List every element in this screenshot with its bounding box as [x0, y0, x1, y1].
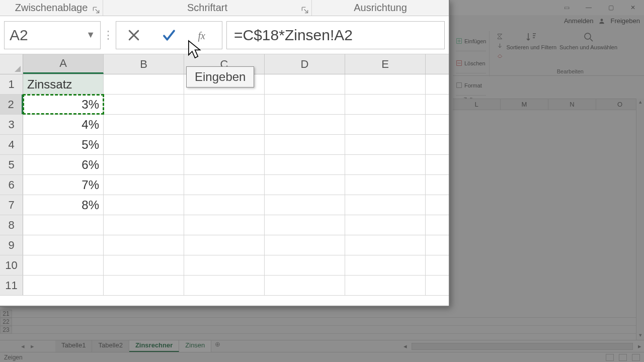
vertical-scrollbar[interactable]: ▴ ▾	[636, 99, 644, 340]
sheet-nav[interactable]: ◂▸	[0, 340, 55, 352]
cell[interactable]: 6%	[23, 155, 104, 174]
cell[interactable]: 7%	[23, 175, 104, 195]
cell[interactable]	[104, 155, 184, 174]
col-header[interactable]: L	[453, 99, 501, 110]
cell[interactable]	[104, 195, 184, 215]
col-header-e[interactable]: E	[345, 54, 426, 74]
cell[interactable]	[345, 255, 426, 275]
row-header[interactable]: 2	[0, 95, 23, 114]
cell[interactable]	[265, 135, 345, 154]
row-header[interactable]: 21	[0, 310, 12, 318]
cell[interactable]	[345, 175, 426, 195]
ribbon-options-icon[interactable]: ▭	[558, 2, 575, 13]
hscroll-right-icon[interactable]: ▸	[635, 342, 644, 350]
col-header[interactable]: M	[501, 99, 548, 110]
cell[interactable]	[23, 215, 104, 235]
col-header-b[interactable]: B	[104, 54, 184, 74]
row-header[interactable]: 5	[0, 155, 23, 174]
cell[interactable]	[345, 115, 426, 134]
cell[interactable]	[345, 74, 426, 94]
cell[interactable]	[104, 74, 184, 94]
cell[interactable]	[184, 95, 265, 114]
sheet-tab-tabelle2[interactable]: Tabelle2	[92, 340, 129, 352]
cell[interactable]	[265, 74, 345, 94]
col-header-d[interactable]: D	[265, 54, 345, 74]
scroll-up-icon[interactable]: ▴	[636, 99, 644, 107]
cell[interactable]: 8%	[23, 195, 104, 215]
cell[interactable]	[104, 255, 184, 275]
cell[interactable]	[104, 115, 184, 134]
cell[interactable]	[104, 215, 184, 235]
add-sheet-button[interactable]: ⊕	[211, 340, 223, 352]
chevron-down-icon[interactable]: ▼	[86, 30, 95, 40]
formula-input[interactable]: =C$18*Zinsen!A2	[226, 21, 445, 49]
hscroll-track[interactable]	[412, 343, 633, 350]
name-box[interactable]: A2 ▼	[4, 21, 101, 49]
cell[interactable]	[265, 115, 345, 134]
sheet-tab-zinsen[interactable]: Zinsen	[179, 340, 211, 352]
cell[interactable]	[184, 195, 265, 215]
format-button[interactable]: Format	[456, 75, 486, 96]
insert-function-button[interactable]: fx	[192, 23, 216, 47]
cell[interactable]	[104, 135, 184, 154]
sheet-tab-tabelle1[interactable]: Tabelle1	[55, 340, 92, 352]
row-header[interactable]: 22	[0, 318, 12, 326]
find-select-button[interactable]: Suchen und Auswählen	[559, 31, 617, 50]
row-header[interactable]: 4	[0, 135, 23, 154]
share-button[interactable]: Freigeben	[610, 17, 640, 25]
close-icon[interactable]: ✕	[625, 2, 641, 13]
dialog-launcher-icon[interactable]	[93, 7, 100, 14]
sheet-tab-zinsrechner[interactable]: Zinsrechner	[129, 340, 179, 352]
cell[interactable]	[184, 135, 265, 154]
cell[interactable]	[184, 155, 265, 174]
cell[interactable]	[345, 195, 426, 215]
row-header[interactable]: 7	[0, 195, 23, 215]
cell[interactable]	[345, 215, 426, 235]
row-header[interactable]: 10	[0, 255, 23, 275]
fill-icon[interactable]	[497, 43, 503, 49]
cell[interactable]	[345, 155, 426, 174]
cancel-button[interactable]	[122, 23, 146, 47]
cell[interactable]	[104, 95, 184, 114]
cell[interactable]	[265, 195, 345, 215]
cell[interactable]	[265, 95, 345, 114]
row-header[interactable]: 9	[0, 235, 23, 255]
view-break-icon[interactable]	[632, 354, 640, 361]
cell[interactable]	[345, 95, 426, 114]
row-header[interactable]: 8	[0, 215, 23, 235]
sort-filter-button[interactable]: Sortieren und Filtern	[506, 31, 556, 50]
cell[interactable]	[104, 276, 184, 295]
hscroll[interactable]: ◂ ▸	[400, 340, 644, 352]
view-layout-icon[interactable]	[619, 354, 627, 361]
hscroll-left-icon[interactable]: ◂	[400, 342, 410, 350]
cell[interactable]	[265, 235, 345, 255]
row-header[interactable]: 1	[0, 74, 23, 94]
cell[interactable]	[265, 255, 345, 275]
row-header[interactable]: 11	[0, 276, 23, 295]
cell[interactable]	[23, 276, 104, 295]
col-header-a[interactable]: A	[23, 54, 104, 74]
minimize-icon[interactable]: ―	[581, 2, 597, 13]
insert-button[interactable]: Einfügen	[456, 31, 486, 51]
cell[interactable]	[345, 235, 426, 255]
col-header[interactable]: N	[548, 99, 596, 110]
cell[interactable]	[265, 175, 345, 195]
cell[interactable]	[104, 235, 184, 255]
cell[interactable]	[184, 255, 265, 275]
row-header[interactable]: 6	[0, 175, 23, 195]
cell[interactable]: 4%	[23, 115, 104, 134]
cell[interactable]	[265, 276, 345, 295]
cell[interactable]	[265, 215, 345, 235]
signin-link[interactable]: Anmelden	[564, 17, 594, 25]
autosum-icon[interactable]	[497, 33, 503, 40]
cell[interactable]	[345, 135, 426, 154]
cell[interactable]	[184, 175, 265, 195]
cell[interactable]	[184, 235, 265, 255]
cell[interactable]	[184, 276, 265, 295]
view-normal-icon[interactable]	[606, 354, 614, 361]
cell[interactable]	[23, 255, 104, 275]
cell[interactable]: 3%	[23, 95, 104, 114]
maximize-icon[interactable]: ▢	[603, 2, 619, 13]
cell[interactable]	[104, 175, 184, 195]
cell[interactable]	[345, 276, 426, 295]
